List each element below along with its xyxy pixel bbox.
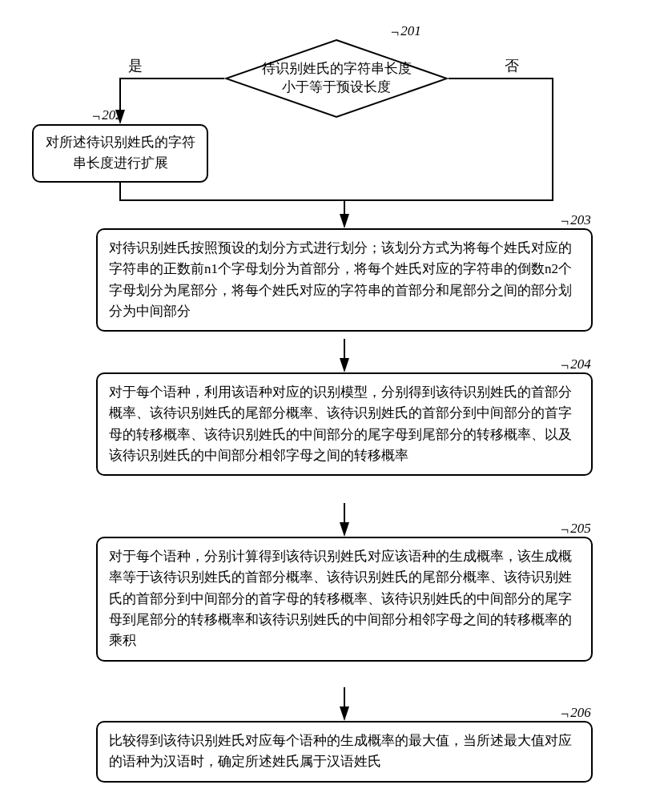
decision-text: 待识别姓氏的字符串长度小于等于预设长度 (224, 38, 449, 119)
step-203-text: 对待识别姓氏按照预设的划分方式进行划分；该划分方式为将每个姓氏对应的字符串的正数… (109, 240, 572, 319)
process-step-206: 比较得到该待识别姓氏对应每个语种的生成概率的最大值，当所述最大值对应的语种为汉语… (96, 721, 593, 783)
decision-node: 待识别姓氏的字符串长度小于等于预设长度 (224, 38, 449, 119)
step-206-text: 比较得到该待识别姓氏对应每个语种的生成概率的最大值，当所述最大值对应的语种为汉语… (109, 733, 572, 769)
ref-204: ⌐204 (561, 356, 591, 372)
ref-203: ⌐203 (561, 211, 591, 228)
step-205-text: 对于每个语种，分别计算得到该待识别姓氏对应该语种的生成概率，该生成概率等于该待识… (109, 549, 572, 648)
process-step-203: 对待识别姓氏按照预设的划分方式进行划分；该划分方式为将每个姓氏对应的字符串的正数… (96, 228, 593, 332)
decision-yes-label: 是 (128, 56, 143, 75)
step-204-text: 对于每个语种，利用该语种对应的识别模型，分别得到该待识别姓氏的首部分概率、该待识… (109, 384, 572, 463)
ref-205: ⌐205 (561, 520, 591, 537)
ref-202: ⌐202 (92, 107, 123, 123)
flowchart-canvas: 待识别姓氏的字符串长度小于等于预设长度 是 否 ⌐201 对所述待识别姓氏的字符… (16, 16, 657, 785)
ref-201: ⌐201 (391, 22, 421, 39)
process-step-202: 对所述待识别姓氏的字符串长度进行扩展 (32, 124, 208, 183)
decision-no-label: 否 (505, 56, 519, 75)
ref-206: ⌐206 (561, 704, 591, 721)
process-step-204: 对于每个语种，利用该语种对应的识别模型，分别得到该待识别姓氏的首部分概率、该待识… (96, 372, 593, 476)
process-step-205: 对于每个语种，分别计算得到该待识别姓氏对应该语种的生成概率，该生成概率等于该待识… (96, 537, 593, 662)
step-202-text: 对所述待识别姓氏的字符串长度进行扩展 (46, 135, 195, 171)
